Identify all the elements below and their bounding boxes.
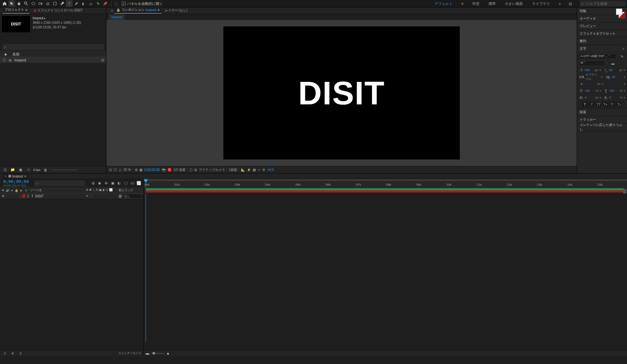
close-icon[interactable]: × [5, 174, 7, 178]
zoom-dropdown[interactable]: 25 % [123, 168, 133, 172]
motion-blur-icon[interactable]: ◐ [117, 181, 122, 186]
font-size-value[interactable]: 500 [585, 68, 594, 72]
tab-project[interactable]: プロジェクト ≡ [3, 7, 29, 14]
tab-layer[interactable]: レイヤー (なし) [163, 7, 189, 14]
panel-effects[interactable]: エフェクト＆プリセット [577, 30, 627, 37]
tag-column-icon[interactable]: ◈ [3, 52, 8, 56]
snapshot-icon[interactable]: 📷 [162, 168, 166, 172]
eraser-tool-icon[interactable] [88, 0, 94, 7]
eye-icon[interactable]: 👁 [1, 194, 5, 198]
interpret-icon[interactable]: ⊡ [2, 167, 8, 173]
hscale-value[interactable]: 100 [609, 89, 619, 92]
timeline-timecode[interactable]: 0;00;00;00 [3, 179, 29, 184]
transparency-icon[interactable]: ▦ [139, 168, 142, 172]
viewport[interactable]: DISIT [106, 20, 577, 166]
item-tag-swatch[interactable] [3, 58, 6, 62]
timeline-icon[interactable]: ▦ [253, 168, 256, 172]
font-family-select[interactable]: A-OTF UD新ゴNT ... [579, 54, 617, 59]
audio-column-icon[interactable]: 🔊 [6, 189, 10, 192]
rectangle-tool-icon[interactable] [52, 0, 58, 7]
viewer-breadcrumb[interactable]: loopout [109, 14, 124, 20]
project-item[interactable]: ▣ loopout ⊞ [0, 57, 106, 63]
mask-icon[interactable]: ◻ [119, 168, 121, 172]
comp-thumbnail[interactable]: DISIT [2, 16, 30, 32]
workspace-small[interactable]: 小さい画面 [502, 0, 525, 8]
view-dropdown[interactable]: 1画面 [229, 168, 239, 172]
lock-column-icon[interactable]: 🔒 [15, 189, 19, 192]
pixel-aspect-icon[interactable]: 📐 [241, 168, 245, 172]
parent-column[interactable]: 親とリンク [117, 188, 143, 192]
tsume-value[interactable]: 0 [609, 96, 619, 99]
marker-icon[interactable]: 🏷 [130, 181, 135, 186]
graph-icon[interactable]: 📈 [136, 181, 141, 186]
project-zoom-slider[interactable] [52, 169, 78, 171]
pickwhip-icon[interactable]: @ [119, 194, 122, 198]
timeline-zoom-slider[interactable] [151, 353, 164, 354]
layer-row[interactable]: 👁 › 1 T DISIT ⊕／ @ なし˅ [0, 193, 143, 199]
fill-over-stroke-icon[interactable]: ▬ [610, 61, 616, 66]
autopanel-checkbox[interactable] [122, 2, 126, 6]
alpha-icon[interactable]: ⊡ [109, 168, 112, 172]
flowchart-icon[interactable]: ⊹ [258, 168, 260, 172]
allcaps-button[interactable]: TT [596, 102, 602, 107]
track-bar[interactable] [144, 188, 627, 193]
adjust-icon[interactable]: ⊙ [25, 167, 31, 173]
orbit-tool-icon[interactable] [30, 0, 37, 7]
kerning-value[interactable]: オプティカル [586, 73, 600, 81]
pan-behind-tool-icon[interactable]: ⊡ [44, 0, 51, 7]
zoom-in-icon[interactable]: ▲ [166, 351, 170, 355]
timeline-search-input[interactable] [35, 181, 85, 186]
snap-icon[interactable]: ⬚ [113, 0, 119, 7]
solo-column-icon[interactable]: ● [10, 189, 14, 192]
panel-character[interactable]: 文字≡ [577, 45, 627, 52]
brackets-icon[interactable]: {} [18, 350, 24, 356]
viewer-close-icon[interactable]: × [109, 8, 113, 14]
brush-tool-icon[interactable] [73, 0, 80, 7]
color-swatches[interactable] [615, 8, 625, 18]
playhead[interactable] [146, 179, 146, 342]
expand-icon[interactable]: › [18, 194, 22, 198]
frame-blend-icon[interactable]: ▣ [110, 181, 115, 186]
vscale-value[interactable]: 100 [585, 89, 594, 92]
workspace-reset-icon[interactable]: ⊡ [567, 0, 573, 7]
selection-tool-icon[interactable] [8, 0, 15, 7]
help-search-input[interactable] [580, 1, 626, 7]
render-queue-icon[interactable]: ⊕ [10, 350, 16, 356]
bold-button[interactable]: T [582, 102, 588, 107]
source-column[interactable]: ソース名 [29, 188, 85, 192]
toggle-switches-icon[interactable]: ⊙ [2, 350, 8, 356]
bpc-label[interactable]: 8 bpc [33, 168, 40, 172]
folder-icon[interactable]: 📁 [10, 167, 16, 173]
home-icon[interactable] [1, 0, 8, 7]
camera-tool-icon[interactable] [37, 0, 44, 7]
channel-icon[interactable]: 🔴 [168, 168, 171, 172]
baseline-value[interactable]: 0 [585, 96, 594, 99]
trash-icon[interactable]: 🗑 [42, 167, 48, 173]
layer-color-swatch[interactable] [22, 194, 25, 198]
layer-name[interactable]: DISIT [35, 194, 85, 198]
flowchart-icon[interactable]: ⊞ [101, 58, 106, 62]
subscript-button[interactable]: T₁ [616, 102, 622, 107]
hide-shy-icon[interactable]: 👁 [104, 181, 109, 186]
workspace-overflow-icon[interactable]: » [556, 0, 563, 7]
eyedropper-icon[interactable]: ✎ [620, 54, 625, 59]
italic-button[interactable]: T [589, 102, 595, 107]
stroke-width-value[interactable]: - [586, 82, 596, 85]
clone-tool-icon[interactable] [80, 0, 87, 7]
camera-dropdown[interactable]: アクティブカメラ [199, 168, 227, 172]
tracking-value[interactable]: 50 [612, 75, 622, 79]
timeline-tab[interactable]: × loopout ≡ [3, 174, 28, 179]
panel-preview[interactable]: プレビュー [577, 23, 627, 30]
puppet-tool-icon[interactable]: 📌 [102, 0, 108, 7]
panel-tracker[interactable]: トラッカー [577, 116, 627, 123]
workspace-default[interactable]: デフォルト [432, 0, 455, 8]
zoom-tool-icon[interactable] [23, 0, 29, 7]
panel-align[interactable]: 整列 [577, 38, 627, 45]
type-tool-icon[interactable]: T [66, 0, 72, 7]
hand-tool-icon[interactable] [16, 0, 22, 7]
grid-icon[interactable]: ⊞ [194, 168, 197, 172]
label-column-icon[interactable]: ◈ [18, 189, 24, 192]
viewer-timecode[interactable]: 0;00;00;00 [144, 168, 160, 172]
panel-contentfill[interactable]: コンテンツに応じた塗りつぶし [577, 124, 627, 131]
superscript-button[interactable]: T¹ [609, 102, 615, 107]
